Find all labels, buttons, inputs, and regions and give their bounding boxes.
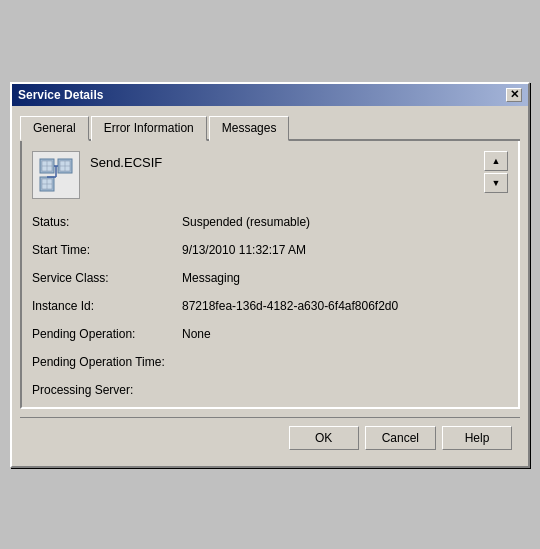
- tab-messages[interactable]: Messages: [209, 116, 290, 141]
- help-button[interactable]: Help: [442, 426, 512, 450]
- tab-general[interactable]: General: [20, 116, 89, 141]
- scroll-down-button[interactable]: ▼: [484, 173, 508, 193]
- pending-operation-time-value: [182, 355, 508, 369]
- start-time-value: 9/13/2010 11:32:17 AM: [182, 243, 508, 257]
- service-header: Send.ECSIF ▲ ▼: [32, 151, 508, 199]
- pending-operation-label: Pending Operation:: [32, 327, 182, 341]
- service-icon: [32, 151, 80, 199]
- tab-error-information[interactable]: Error Information: [91, 116, 207, 141]
- cancel-button[interactable]: Cancel: [365, 426, 436, 450]
- dialog-body: General Error Information Messages: [12, 106, 528, 466]
- service-details-dialog: Service Details ✕ General Error Informat…: [10, 82, 530, 468]
- scroll-buttons: ▲ ▼: [484, 151, 508, 193]
- tab-bar: General Error Information Messages: [20, 114, 520, 141]
- button-bar: OK Cancel Help: [20, 417, 520, 458]
- close-button[interactable]: ✕: [506, 88, 522, 102]
- service-name: Send.ECSIF: [90, 151, 476, 170]
- processing-server-value: [182, 383, 508, 397]
- instance-id-label: Instance Id:: [32, 299, 182, 313]
- tab-content-general: Send.ECSIF ▲ ▼ Status: Suspended (resuma…: [20, 141, 520, 409]
- pending-operation-time-label: Pending Operation Time:: [32, 355, 182, 369]
- start-time-label: Start Time:: [32, 243, 182, 257]
- status-label: Status:: [32, 215, 182, 229]
- document-icon: [38, 157, 74, 193]
- service-class-label: Service Class:: [32, 271, 182, 285]
- title-bar: Service Details ✕: [12, 84, 528, 106]
- ok-button[interactable]: OK: [289, 426, 359, 450]
- scroll-up-button[interactable]: ▲: [484, 151, 508, 171]
- processing-server-label: Processing Server:: [32, 383, 182, 397]
- pending-operation-value: None: [182, 327, 508, 341]
- instance-id-value: 87218fea-136d-4182-a630-6f4af806f2d0: [182, 299, 508, 313]
- status-value: Suspended (resumable): [182, 215, 508, 229]
- fields-grid: Status: Suspended (resumable) Start Time…: [32, 215, 508, 397]
- service-class-value: Messaging: [182, 271, 508, 285]
- dialog-title: Service Details: [18, 88, 103, 102]
